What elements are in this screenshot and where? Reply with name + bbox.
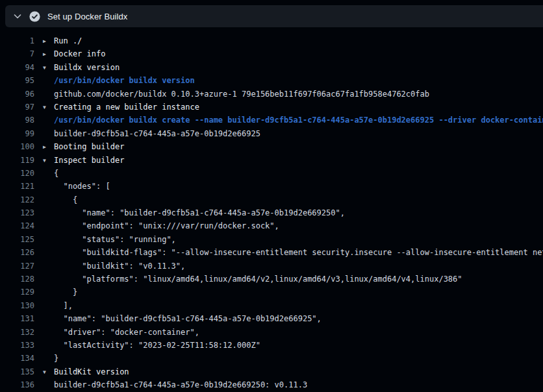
log-output-text: {	[43, 167, 58, 180]
log-line: 99builder-d9cfb5a1-c764-445a-a57e-0b19d2…	[0, 127, 543, 140]
line-number-link[interactable]: 126	[0, 246, 34, 259]
log-group-toggle[interactable]: 97▼Creating a new builder instance	[0, 101, 543, 114]
log-line: 98/usr/bin/docker buildx create --name b…	[0, 114, 543, 127]
line-number-link[interactable]: 99	[0, 127, 34, 140]
line-number-link[interactable]: 124	[0, 219, 34, 232]
line-number-link[interactable]: 128	[0, 273, 34, 286]
line-number-link[interactable]: 133	[0, 339, 34, 352]
line-number-link[interactable]: 136	[0, 378, 34, 391]
chevron-down-icon[interactable]	[12, 11, 23, 21]
log-line: 95/usr/bin/docker buildx version	[0, 74, 543, 87]
log-group-toggle[interactable]: 100▶Booting builder	[0, 140, 543, 153]
log-line: 136builder-d9cfb5a1-c764-445a-a57e-0b19d…	[0, 378, 543, 391]
log-group-title: Inspect builder	[54, 156, 124, 165]
log-group-title: Docker info	[54, 49, 105, 58]
log-line: 123 "name": "builder-d9cfb5a1-c764-445a-…	[0, 206, 543, 219]
log-line: 133 "lastActivity": "2023-02-25T11:58:12…	[0, 339, 543, 352]
log-lines: 1▶Run ./7▶Docker info94▼Buildx version95…	[0, 34, 543, 392]
log-command-text: /usr/bin/docker buildx version	[43, 74, 195, 87]
line-number-link[interactable]: 122	[0, 193, 34, 206]
line-number-link[interactable]: 130	[0, 299, 34, 312]
log-line: 128 "platforms": "linux/amd64,linux/amd6…	[0, 273, 543, 286]
log-output-text: "endpoint": "unix:///var/run/docker.sock…	[43, 219, 279, 232]
log-line: 125 "status": "running",	[0, 233, 543, 246]
log-line: 131 "name": "builder-d9cfb5a1-c764-445a-…	[0, 312, 543, 325]
log-line: 129 }	[0, 286, 543, 299]
step-header[interactable]: Set up Docker Buildx	[5, 5, 543, 27]
triangle-right-icon: ▶	[43, 141, 54, 154]
triangle-down-icon: ▼	[43, 154, 54, 167]
line-number-link[interactable]: 1	[0, 34, 34, 47]
log-line: 130 ],	[0, 299, 543, 312]
line-number-link[interactable]: 123	[0, 206, 34, 219]
log-output-text: "status": "running",	[43, 233, 176, 246]
check-circle-icon	[29, 11, 40, 22]
line-number-link[interactable]: 135	[0, 365, 34, 378]
log-output-text: }	[43, 286, 77, 299]
log-group-title: Booting builder	[54, 142, 124, 151]
log-line: 96github.com/docker/buildx 0.10.3+azure-…	[0, 88, 543, 101]
log-group-title: Creating a new builder instance	[54, 103, 199, 112]
log-output-text: ],	[43, 299, 73, 312]
log-output-text: "buildkitd-flags": "--allow-insecure-ent…	[43, 246, 543, 259]
line-number-link[interactable]: 95	[0, 74, 34, 87]
log-output-text: "driver": "docker-container",	[43, 326, 199, 339]
log-command-text: /usr/bin/docker buildx create --name bui…	[43, 114, 543, 127]
log-line: 126 "buildkitd-flags": "--allow-insecure…	[0, 246, 543, 259]
line-number-link[interactable]: 129	[0, 286, 34, 299]
log-line: 122 {	[0, 193, 543, 206]
log-output-text: "buildkit": "v0.11.3",	[43, 260, 185, 273]
triangle-down-icon: ▼	[43, 101, 54, 114]
log-output-text: "platforms": "linux/amd64,linux/amd64/v2…	[43, 273, 462, 286]
line-number-link[interactable]: 98	[0, 114, 34, 127]
triangle-down-icon: ▼	[43, 62, 54, 75]
log-group-title: Buildx version	[54, 63, 120, 72]
log-group-toggle[interactable]: 7▶Docker info	[0, 47, 543, 60]
triangle-right-icon: ▶	[43, 35, 54, 48]
log-output-text: "nodes": [	[43, 180, 110, 193]
line-number-link[interactable]: 134	[0, 352, 34, 365]
log-line: 132 "driver": "docker-container",	[0, 326, 543, 339]
log-line: 121 "nodes": [	[0, 180, 543, 193]
log-line: 127 "buildkit": "v0.11.3",	[0, 260, 543, 273]
log-output-text: builder-d9cfb5a1-c764-445a-a57e-0b19d2e6…	[43, 127, 260, 140]
log-group-title: BuildKit version	[54, 367, 129, 376]
log-group-toggle[interactable]: 1▶Run ./	[0, 34, 543, 47]
log-line: 134}	[0, 352, 543, 365]
line-number-link[interactable]: 119	[0, 154, 34, 167]
log-group-toggle[interactable]: 94▼Buildx version	[0, 61, 543, 74]
line-number-link[interactable]: 100	[0, 140, 34, 153]
line-number-link[interactable]: 97	[0, 101, 34, 114]
log-group-toggle[interactable]: 119▼Inspect builder	[0, 154, 543, 167]
log-output-text: }	[43, 352, 58, 365]
log-group-toggle[interactable]: 135▼BuildKit version	[0, 365, 543, 378]
log-output-text: "name": "builder-d9cfb5a1-c764-445a-a57e…	[43, 206, 345, 219]
line-number-link[interactable]: 132	[0, 326, 34, 339]
triangle-right-icon: ▶	[43, 48, 54, 61]
log-line: 124 "endpoint": "unix:///var/run/docker.…	[0, 219, 543, 232]
log-group-title: Run ./	[54, 36, 82, 45]
log-output-text: "name": "builder-d9cfb5a1-c764-445a-a57e…	[43, 312, 322, 325]
log-output-text: github.com/docker/buildx 0.10.3+azure-1 …	[43, 88, 429, 101]
log-output-text: builder-d9cfb5a1-c764-445a-a57e-0b19d2e6…	[43, 378, 307, 391]
log-output-text: "lastActivity": "2023-02-25T11:58:12.000…	[43, 339, 260, 352]
log-line: 120{	[0, 167, 543, 180]
line-number-link[interactable]: 120	[0, 167, 34, 180]
line-number-link[interactable]: 125	[0, 233, 34, 246]
line-number-link[interactable]: 96	[0, 88, 34, 101]
log-output-text: {	[43, 193, 77, 206]
line-number-link[interactable]: 127	[0, 260, 34, 273]
line-number-link[interactable]: 7	[0, 47, 34, 60]
line-number-link[interactable]: 94	[0, 61, 34, 74]
step-title: Set up Docker Buildx	[47, 12, 127, 21]
line-number-link[interactable]: 121	[0, 180, 34, 193]
triangle-down-icon: ▼	[43, 366, 54, 379]
line-number-link[interactable]: 131	[0, 312, 34, 325]
